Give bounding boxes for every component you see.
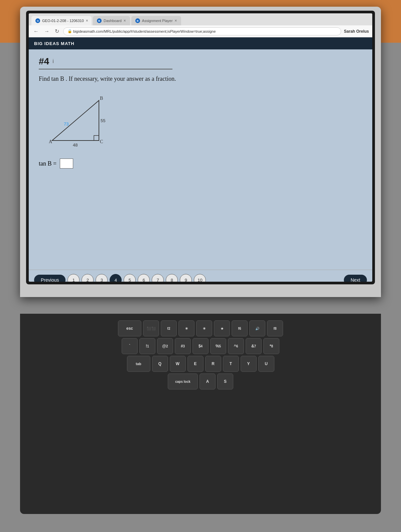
page-btn-4[interactable]: 4 (110, 274, 122, 282)
key-esc[interactable]: esc (118, 320, 141, 336)
question-header: #4 i (39, 56, 362, 67)
refresh-button[interactable]: ↻ (53, 27, 60, 35)
key-row-qwerty: tab Q W E R T Y U (27, 356, 374, 372)
app-title: BIG IDEAS MATH (34, 41, 75, 46)
laptop-shell: G GEO-01-2-208 - 1206310 × B Dashboard ×… (20, 7, 381, 297)
key-y[interactable]: Y (241, 356, 257, 372)
key-f8[interactable]: f8 (267, 320, 283, 336)
key-s[interactable]: S (217, 373, 233, 389)
key-f7[interactable]: 🔊 (249, 320, 265, 336)
divider-line (39, 69, 172, 69)
key-tab[interactable]: tab (127, 356, 150, 372)
forward-button[interactable]: → (43, 28, 51, 35)
svg-marker-0 (52, 100, 99, 141)
url-field[interactable]: 🔒 bigideasmath.com/MRL/public/app/#/stud… (63, 27, 341, 35)
user-name: Sarah Orelus (344, 29, 369, 34)
answer-row: tan B = (39, 159, 362, 169)
keyboard-area: esc ⬛ ⬛ f2 ✳ ✳ ★ f6 🔊 f8 ` !1 @2 #3 $4 %… (20, 314, 381, 514)
answer-input[interactable] (60, 159, 73, 169)
key-f5[interactable]: ★ (214, 320, 230, 336)
page-btn-7[interactable]: 7 (152, 274, 164, 282)
key-3[interactable]: #3 (175, 338, 191, 354)
page-btn-5[interactable]: 5 (124, 274, 136, 282)
key-u[interactable]: U (258, 356, 274, 372)
triangle-diagram: A C B 73 55 48 (45, 90, 112, 151)
key-t[interactable]: T (223, 356, 239, 372)
tab-icon-geo: G (35, 18, 40, 23)
keyboard-inner: esc ⬛ ⬛ f2 ✳ ✳ ★ f6 🔊 f8 ` !1 @2 #3 $4 %… (27, 320, 374, 507)
key-q[interactable]: Q (152, 356, 168, 372)
page-btn-9[interactable]: 9 (180, 274, 192, 282)
key-capslock[interactable]: caps lock (168, 373, 198, 389)
key-row-numbers: ` !1 @2 #3 $4 %5 ^6 &7 *8 (27, 338, 374, 354)
svg-text:A: A (49, 139, 52, 144)
question-number: #4 (39, 56, 49, 67)
page-btn-8[interactable]: 8 (166, 274, 178, 282)
tab-close-assignment[interactable]: × (175, 18, 177, 23)
key-f1[interactable]: ⬛ ⬛ (143, 320, 159, 336)
page-btn-1[interactable]: 1 (68, 274, 80, 282)
tab-dashboard[interactable]: B Dashboard × (93, 16, 130, 25)
info-icon[interactable]: i (52, 58, 54, 64)
page-btn-6[interactable]: 6 (138, 274, 150, 282)
key-a[interactable]: A (199, 373, 216, 389)
page-btn-2[interactable]: 2 (82, 274, 94, 282)
triangle-svg: A C B 73 55 48 (45, 90, 112, 151)
tab-close-geo[interactable]: × (86, 18, 88, 23)
app-nav-bar: BIG IDEAS MATH (29, 37, 372, 49)
page-btn-10[interactable]: 10 (194, 274, 206, 282)
tab-label-geo: GEO-01-2-208 - 1206310 (42, 19, 84, 23)
address-bar: ← → ↻ 🔒 bigideasmath.com/MRL/public/app/… (29, 25, 372, 37)
key-8[interactable]: *8 (263, 338, 279, 354)
key-r[interactable]: R (205, 356, 221, 372)
svg-text:55: 55 (101, 118, 105, 123)
page-btn-3[interactable]: 3 (96, 274, 108, 282)
url-text: bigideasmath.com/MRL/public/app/#/studen… (73, 29, 216, 33)
key-f3[interactable]: ✳ (178, 320, 194, 336)
key-4[interactable]: $4 (192, 338, 209, 354)
svg-text:B: B (100, 96, 103, 101)
nav-bar: Previous 1 2 3 4 5 6 (29, 270, 372, 282)
previous-button[interactable]: Previous (34, 275, 65, 282)
svg-text:C: C (100, 139, 103, 144)
svg-text:73: 73 (64, 121, 69, 126)
tab-label-dashboard: Dashboard (104, 19, 122, 23)
next-button[interactable]: Next (344, 275, 367, 282)
svg-text:48: 48 (73, 143, 78, 148)
key-f4[interactable]: ✳ (196, 320, 212, 336)
key-w[interactable]: W (170, 356, 186, 372)
key-5[interactable]: %5 (210, 338, 226, 354)
key-e[interactable]: E (187, 356, 204, 372)
main-content: #4 i Find tan B . If necessary, write yo… (29, 49, 372, 270)
back-button[interactable]: ← (32, 28, 40, 35)
tab-bar: G GEO-01-2-208 - 1206310 × B Dashboard ×… (29, 13, 372, 25)
screen-bezel: G GEO-01-2-208 - 1206310 × B Dashboard ×… (26, 11, 375, 284)
key-6[interactable]: ^6 (228, 338, 244, 354)
key-f6[interactable]: f6 (232, 320, 248, 336)
tab-icon-assignment: B (135, 18, 140, 23)
tab-close-dashboard[interactable]: × (124, 18, 126, 23)
question-text: Find tan B . If necessary, write your an… (39, 75, 362, 82)
tab-icon-dashboard: B (97, 18, 102, 23)
browser-window: G GEO-01-2-208 - 1206310 × B Dashboard ×… (29, 13, 372, 282)
key-7[interactable]: &7 (246, 338, 262, 354)
key-f2[interactable]: f2 (161, 320, 177, 336)
answer-label: tan B = (39, 160, 56, 167)
lock-icon: 🔒 (68, 29, 72, 33)
tab-label-assignment: Assignment Player (142, 19, 173, 23)
svg-rect-1 (94, 136, 99, 141)
key-row-asdf: caps lock A S (27, 373, 374, 389)
key-backtick[interactable]: ` (122, 338, 138, 354)
key-1[interactable]: !1 (139, 338, 155, 354)
key-row-fn: esc ⬛ ⬛ f2 ✳ ✳ ★ f6 🔊 f8 (27, 320, 374, 336)
tab-assignment[interactable]: B Assignment Player × (131, 16, 181, 25)
tab-geo[interactable]: G GEO-01-2-208 - 1206310 × (31, 16, 92, 25)
key-2[interactable]: @2 (157, 338, 173, 354)
